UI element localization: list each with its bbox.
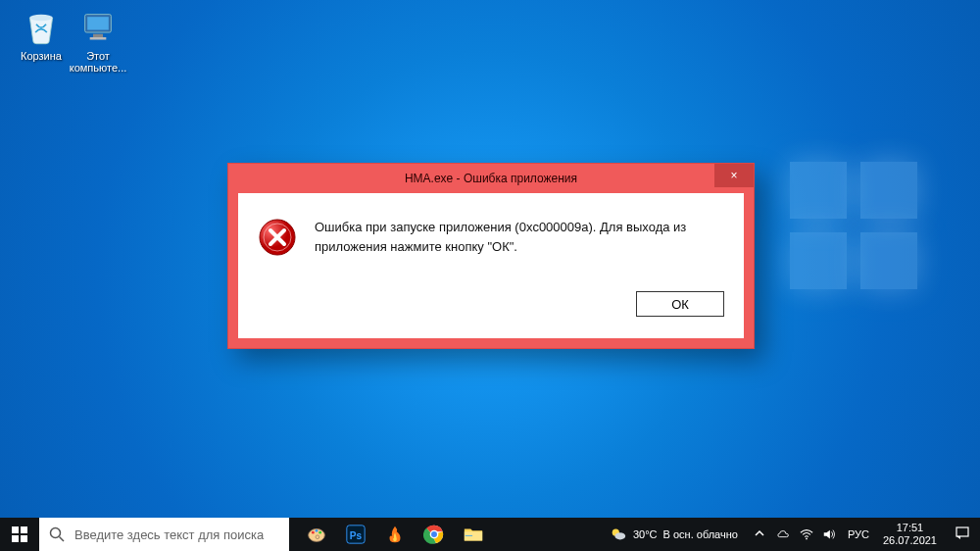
recycle-bin-icon[interactable]: Корзина xyxy=(12,8,71,62)
clock[interactable]: 17:51 26.07.2021 xyxy=(875,522,945,547)
svg-rect-9 xyxy=(12,535,19,542)
windows-logo-background xyxy=(790,162,917,289)
taskbar-app-explorer[interactable] xyxy=(454,518,493,551)
search-input[interactable]: Введите здесь текст для поиска xyxy=(39,518,289,551)
svg-rect-22 xyxy=(465,531,482,540)
this-pc-icon[interactable]: Этот компьюте... xyxy=(69,8,127,74)
language-indicator[interactable]: РУС xyxy=(842,528,875,540)
svg-point-0 xyxy=(29,15,52,22)
svg-rect-23 xyxy=(466,535,472,536)
svg-rect-10 xyxy=(21,535,27,542)
close-icon: × xyxy=(730,169,737,182)
svg-rect-7 xyxy=(12,526,19,533)
search-icon xyxy=(49,526,65,542)
svg-rect-2 xyxy=(87,17,109,29)
svg-point-25 xyxy=(614,532,625,539)
svg-point-15 xyxy=(316,529,318,532)
search-placeholder: Введите здесь текст для поиска xyxy=(74,527,264,542)
onedrive-tray-icon[interactable] xyxy=(777,527,791,541)
volume-tray-icon[interactable] xyxy=(822,527,836,541)
chevron-up-icon xyxy=(754,527,765,539)
action-center-button[interactable] xyxy=(945,526,980,543)
svg-point-21 xyxy=(430,530,437,537)
svg-point-11 xyxy=(51,528,61,538)
svg-rect-3 xyxy=(93,34,103,37)
taskbar-apps: Ps xyxy=(297,518,493,551)
dialog-body: Ошибка при запуске приложения (0xc000009… xyxy=(238,193,744,338)
svg-point-26 xyxy=(806,538,808,540)
start-button[interactable] xyxy=(0,518,39,551)
desktop[interactable]: Корзина Этот компьюте... HMA.exe - Ошибк… xyxy=(0,0,980,551)
taskbar-app-photoshop[interactable]: Ps xyxy=(336,518,375,551)
this-pc-label: Этот компьюте... xyxy=(69,50,127,74)
svg-point-17 xyxy=(316,535,319,539)
svg-text:Ps: Ps xyxy=(350,530,363,541)
ok-button[interactable]: ОК xyxy=(636,291,724,317)
taskbar-app-paint[interactable] xyxy=(297,518,336,551)
svg-point-14 xyxy=(312,531,315,534)
dialog-titlebar[interactable]: HMA.exe - Ошибка приложения × xyxy=(228,164,754,193)
system-tray: 30°C В осн. облачно РУС 17:51 26.07.2021 xyxy=(600,518,980,551)
weather-temp: 30°C xyxy=(633,528,658,540)
weather-widget[interactable]: 30°C В осн. облачно xyxy=(600,526,748,543)
error-message: Ошибка при запуске приложения (0xc000009… xyxy=(315,218,724,257)
weather-cond: В осн. облачно xyxy=(663,528,738,540)
svg-rect-8 xyxy=(21,526,27,533)
taskbar-app-chrome[interactable] xyxy=(415,518,454,551)
svg-rect-27 xyxy=(956,527,968,536)
close-button[interactable]: × xyxy=(714,164,754,187)
dialog-title: HMA.exe - Ошибка приложения xyxy=(405,172,577,185)
taskbar: Введите здесь текст для поиска Ps 30°C xyxy=(0,518,980,551)
weather-icon xyxy=(610,526,627,543)
svg-rect-4 xyxy=(90,37,107,40)
clock-time: 17:51 xyxy=(883,522,937,534)
wifi-tray-icon[interactable] xyxy=(800,527,813,541)
windows-icon xyxy=(12,526,27,542)
svg-line-12 xyxy=(60,537,65,542)
svg-point-16 xyxy=(318,531,321,534)
notification-icon xyxy=(955,526,970,541)
error-dialog: HMA.exe - Ошибка приложения × Ошибка при… xyxy=(227,163,755,349)
taskbar-app-flame[interactable] xyxy=(375,518,415,551)
recycle-bin-label: Корзина xyxy=(12,50,71,62)
tray-overflow-button[interactable] xyxy=(748,527,771,541)
clock-date: 26.07.2021 xyxy=(883,534,937,547)
error-icon xyxy=(258,218,297,257)
